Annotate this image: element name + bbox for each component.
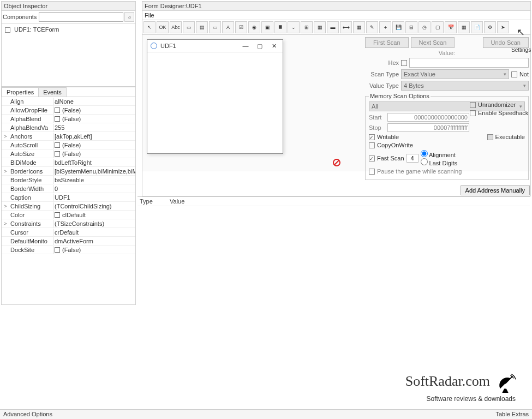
- hex-checkbox[interactable]: [401, 60, 407, 66]
- prop-val[interactable]: bdLeftToRight: [53, 159, 135, 166]
- prop-row[interactable]: BorderStyle bsSizeable: [2, 176, 135, 184]
- add-address-button[interactable]: Add Address Manually: [461, 185, 530, 195]
- prop-row[interactable]: > Anchors [akTop,akLeft]: [2, 132, 135, 141]
- prop-row[interactable]: DefaultMonito dmActiveForm: [2, 237, 135, 246]
- arrow-icon[interactable]: ➤: [497, 21, 509, 33]
- prop-row[interactable]: AllowDropFile (False): [2, 106, 135, 115]
- results-table[interactable]: Type Value: [138, 196, 530, 393]
- group-icon[interactable]: ▣: [261, 21, 273, 33]
- window-icon[interactable]: ▢: [432, 21, 444, 33]
- prop-row[interactable]: Caption UDF1: [2, 193, 135, 202]
- prop-val[interactable]: (False): [53, 141, 135, 149]
- prop-checkbox-icon[interactable]: [55, 151, 60, 157]
- prop-row[interactable]: Color clDefault: [2, 211, 135, 219]
- tab-properties[interactable]: Properties: [2, 87, 39, 97]
- dropdown-icon[interactable]: ▭: [183, 21, 195, 33]
- prop-row[interactable]: AutoSize (False): [2, 149, 135, 158]
- combo-icon[interactable]: ⌄: [288, 21, 300, 33]
- prop-checkbox-icon[interactable]: [55, 116, 60, 122]
- footer-left[interactable]: Advanced Options: [3, 411, 52, 418]
- child-window[interactable]: UDF1 — ▢ ✕: [147, 39, 283, 154]
- prop-val[interactable]: clDefault: [53, 211, 135, 219]
- prop-val[interactable]: (False): [53, 246, 135, 254]
- prop-val[interactable]: 255: [53, 124, 135, 131]
- tree-item-udf1[interactable]: UDF1: TCEForm: [5, 26, 132, 33]
- radio-icon[interactable]: ◉: [248, 21, 260, 33]
- prop-val[interactable]: (TControlChildSizing): [53, 202, 135, 210]
- expand-icon[interactable]: >: [2, 169, 9, 174]
- prop-checkbox-icon[interactable]: [55, 212, 60, 218]
- checkbox-icon[interactable]: ☑: [235, 21, 247, 33]
- expand-icon[interactable]: >: [2, 203, 9, 209]
- cursor-icon[interactable]: ↖: [144, 21, 156, 33]
- prop-row[interactable]: > BorderIcons [biSystemMenu,biMinimize,b…: [2, 167, 135, 176]
- prop-row[interactable]: BiDiMode bdLeftToRight: [2, 158, 135, 167]
- pen-icon[interactable]: ✎: [366, 21, 378, 33]
- next-scan-button[interactable]: Next Scan: [411, 37, 455, 48]
- col-value[interactable]: Value: [170, 198, 528, 205]
- start-input[interactable]: [387, 113, 469, 122]
- menu-file[interactable]: File: [145, 12, 154, 19]
- executable-checkbox[interactable]: [487, 134, 493, 140]
- stop-input[interactable]: [387, 123, 469, 132]
- grid2-icon[interactable]: ▦: [353, 21, 365, 33]
- prop-row[interactable]: AlphaBlend (False): [2, 115, 135, 123]
- trackbar-icon[interactable]: ⟷: [340, 21, 352, 33]
- plus-icon[interactable]: ＋: [379, 21, 391, 33]
- prop-row[interactable]: AlphaBlendVa 255: [2, 123, 135, 132]
- close-icon[interactable]: ✕: [268, 41, 279, 50]
- prop-val[interactable]: bsSizeable: [53, 176, 135, 184]
- tab-events[interactable]: Events: [38, 87, 67, 97]
- doc-icon[interactable]: 📄: [471, 21, 483, 33]
- speedhack-checkbox[interactable]: [470, 110, 476, 116]
- pause-checkbox[interactable]: [369, 169, 375, 175]
- fastscan-checkbox[interactable]: [369, 155, 375, 161]
- unrandomizer-checkbox[interactable]: [470, 102, 476, 108]
- prop-row[interactable]: BorderWidth 0: [2, 184, 135, 193]
- expand-icon[interactable]: >: [2, 221, 9, 226]
- prop-row[interactable]: Cursor crDefault: [2, 228, 135, 237]
- prop-val[interactable]: [biSystemMenu,biMinimize,biM: [53, 167, 135, 175]
- alignment-radio[interactable]: [421, 150, 428, 157]
- lastdigits-radio[interactable]: [421, 158, 428, 165]
- panel-icon[interactable]: ▭: [209, 21, 221, 33]
- tree-checkbox-icon[interactable]: [5, 27, 10, 33]
- col-type[interactable]: Type: [140, 198, 170, 205]
- writable-checkbox[interactable]: [369, 134, 375, 140]
- fastscan-value[interactable]: [407, 154, 419, 163]
- prop-val[interactable]: (TSizeConstraints): [53, 220, 135, 228]
- first-scan-button[interactable]: First Scan: [365, 37, 409, 48]
- prop-val[interactable]: dmActiveForm: [53, 237, 135, 245]
- prop-val[interactable]: [akTop,akLeft]: [53, 133, 135, 140]
- cursor-icon[interactable]: ↖: [511, 26, 530, 38]
- tree-icon[interactable]: ⊟: [405, 21, 417, 33]
- prop-val[interactable]: 0: [53, 185, 135, 193]
- prop-val[interactable]: alNone: [53, 98, 135, 105]
- value-input[interactable]: [409, 58, 529, 68]
- prop-val[interactable]: (False): [53, 115, 135, 123]
- copyonwrite-checkbox[interactable]: [369, 142, 375, 148]
- components-filter-icon[interactable]: ⌕: [124, 12, 134, 22]
- gear-icon[interactable]: ⚙: [484, 21, 496, 33]
- prop-val[interactable]: UDF1: [53, 194, 135, 201]
- prop-row[interactable]: > ChildSizing (TControlChildSizing): [2, 202, 135, 211]
- ok-icon[interactable]: OK: [157, 21, 169, 33]
- prop-val[interactable]: (False): [53, 150, 135, 158]
- prop-checkbox-icon[interactable]: [55, 142, 60, 148]
- prop-checkbox-icon[interactable]: [55, 247, 60, 253]
- abc-icon[interactable]: Abc: [170, 21, 182, 33]
- stringgrid-icon[interactable]: ▦: [314, 21, 326, 33]
- prop-checkbox-icon[interactable]: [55, 107, 60, 113]
- table-icon[interactable]: ▦: [458, 21, 470, 33]
- clock-icon[interactable]: ◷: [419, 21, 431, 33]
- prop-row[interactable]: Align alNone: [2, 97, 135, 106]
- footer-right[interactable]: Table Extras: [495, 411, 529, 418]
- prop-val[interactable]: crDefault: [53, 229, 135, 236]
- cal-icon[interactable]: 📅: [445, 21, 457, 33]
- property-grid[interactable]: Align alNone AllowDropFile (False) Alpha…: [2, 97, 135, 277]
- memo-icon[interactable]: ▤: [196, 21, 208, 33]
- prop-row[interactable]: DockSite (False): [2, 246, 135, 254]
- undo-scan-button[interactable]: Undo Scan: [483, 37, 529, 48]
- components-input[interactable]: [39, 12, 123, 22]
- prop-val[interactable]: (False): [53, 106, 135, 114]
